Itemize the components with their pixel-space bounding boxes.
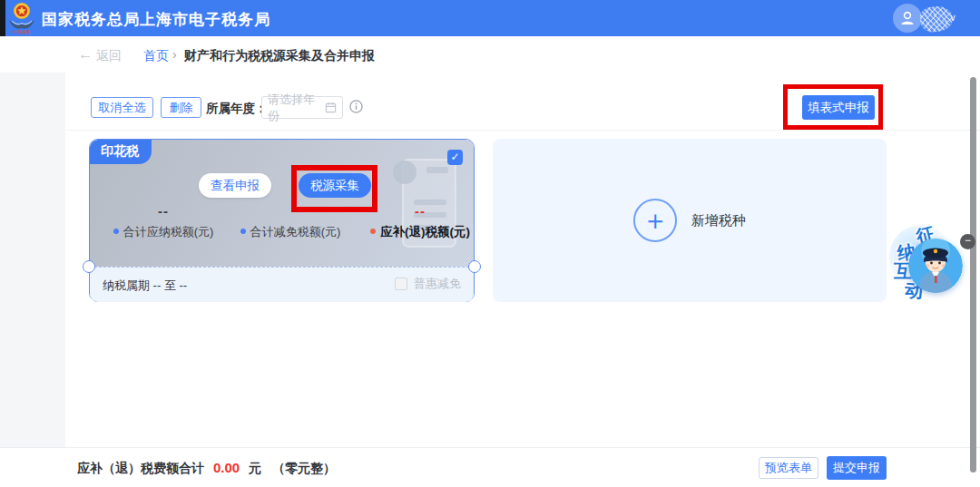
collect-tax-source-button[interactable]: 税源采集 <box>299 173 371 198</box>
benefit-checkbox[interactable] <box>395 278 407 290</box>
orange-dot-icon <box>370 229 376 234</box>
metric-value <box>228 203 353 221</box>
stamp-tax-card-top: 印花税 ✓ 查看申报 税源采集 -- 合计应纳税额(元) 合计减免税额(元) <box>90 140 474 267</box>
tax-period-text: 纳税属期 -- 至 -- <box>103 278 187 294</box>
amount-in-words: （零元整） <box>272 461 336 475</box>
metric-refund-due: -- 应补(退)税额(元) <box>369 203 471 240</box>
ticket-notch <box>468 260 481 273</box>
year-field-label: 所属年度： <box>206 101 268 117</box>
submit-declaration-button[interactable]: 提交申报 <box>827 456 887 480</box>
tax-bureau-logo-icon: 中国税务 <box>7 2 36 34</box>
metric-value: -- <box>369 203 471 221</box>
add-tax-type-button[interactable]: ＋ 新增税种 <box>493 139 887 302</box>
preview-form-button[interactable]: 预览表单 <box>759 457 818 479</box>
calendar-icon <box>325 102 337 113</box>
tax-officer-mascot-icon <box>908 239 963 293</box>
footer-action-bar: 应补（退）税费额合计 0.00 元 （零元整） 预览表单 提交申报 <box>0 447 980 487</box>
stamp-tax-card-footer: 纳税属期 -- 至 -- 普惠减免 <box>90 267 474 302</box>
blue-dot-icon <box>113 229 119 234</box>
add-tax-type-label: 新增税种 <box>691 212 746 229</box>
metric-value: -- <box>101 203 226 221</box>
back-arrow-icon[interactable]: ← <box>78 46 93 63</box>
benefit-reduction-option: 普惠减免 <box>395 276 461 292</box>
breadcrumb-home-link[interactable]: 首页 <box>143 48 169 64</box>
breadcrumb-current-page: 财产和行为税税源采集及合并申报 <box>184 48 375 64</box>
app-window: 中国税务 国家税务总局上海市电子税务局 ∨ ← 返回 首页 › 财产和行为税税源… <box>0 0 980 487</box>
plus-icon: ＋ <box>633 199 677 242</box>
tax-type-badge: 印花税 <box>90 140 152 164</box>
fill-form-declare-button[interactable]: 填表式申报 <box>802 95 875 120</box>
toolbar-divider <box>65 130 980 131</box>
minimize-widget-button[interactable]: − <box>960 234 975 249</box>
info-icon[interactable] <box>349 100 363 113</box>
total-value: 0.00 <box>213 460 240 475</box>
total-amount-line: 应补（退）税费额合计 0.00 元 （零元整） <box>77 460 336 477</box>
stamp-tax-card[interactable]: 印花税 ✓ 查看申报 税源采集 -- 合计应纳税额(元) 合计减免税额(元) <box>89 139 475 302</box>
chevron-down-icon[interactable]: ∨ <box>949 12 956 24</box>
benefit-label: 普惠减免 <box>414 276 461 292</box>
back-button[interactable]: 返回 <box>96 48 122 64</box>
view-declaration-button[interactable]: 查看申报 <box>199 173 271 198</box>
breadcrumb: ← 返回 首页 › 财产和行为税税源采集及合并申报 <box>0 36 980 73</box>
ticket-notch <box>83 260 95 273</box>
year-placeholder: 请选择年份 <box>268 92 325 124</box>
breadcrumb-separator: › <box>172 47 177 62</box>
total-unit: 元 <box>249 461 261 475</box>
user-avatar[interactable] <box>893 4 922 33</box>
app-title: 国家税务总局上海市电子税务局 <box>42 9 270 30</box>
person-icon <box>898 9 916 27</box>
metric-total-reduction: 合计减免税额(元) <box>228 203 353 240</box>
window-edge <box>0 0 5 36</box>
year-picker-input[interactable]: 请选择年份 <box>261 96 343 119</box>
delete-button[interactable]: 删除 <box>161 97 201 118</box>
interaction-assistant-widget[interactable]: 征 纳 互 动 − <box>887 219 978 314</box>
cancel-select-all-button[interactable]: 取消全选 <box>91 97 153 118</box>
metric-label: 应补(退)税额(元) <box>369 224 471 240</box>
card-selected-checkbox[interactable]: ✓ <box>447 150 463 165</box>
metric-total-payable: -- 合计应纳税额(元) <box>101 203 226 240</box>
metric-label: 合计减免税额(元) <box>228 224 353 240</box>
metric-label: 合计应纳税额(元) <box>101 224 226 240</box>
svg-text:中国税务: 中国税务 <box>13 29 31 34</box>
app-header: 中国税务 国家税务总局上海市电子税务局 ∨ <box>0 0 980 36</box>
main-panel: 取消全选 删除 所属年度： 请选择年份 填表式申报 <box>65 73 980 447</box>
blue-dot-icon <box>240 229 246 234</box>
total-label: 应补（退）税费额合计 <box>77 461 204 475</box>
